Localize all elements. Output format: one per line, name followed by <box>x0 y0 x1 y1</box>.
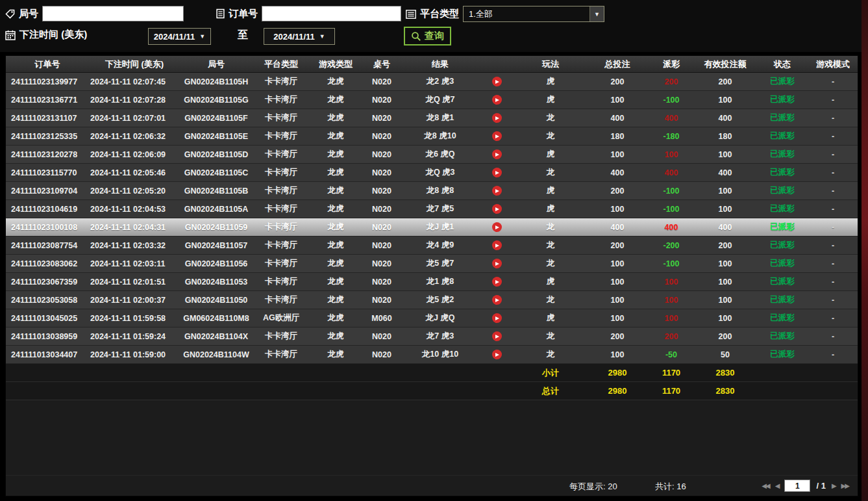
table-row[interactable]: 2411110230877542024-11-11 02:03:32GN0202… <box>6 237 858 255</box>
cell-payout: 100 <box>649 150 694 159</box>
cell-total: 200 <box>586 241 649 250</box>
cell-time: 2024-11-11 01:59:00 <box>89 350 180 359</box>
cell-result: 龙5 虎7 <box>402 258 478 269</box>
play-video-icon[interactable] <box>492 295 502 305</box>
list-icon <box>406 10 416 19</box>
bet-time-filter-label: 下注时间 (美东) <box>19 29 87 41</box>
cell-game: 龙虎 <box>310 349 362 360</box>
play-video-icon[interactable] <box>492 259 502 268</box>
table-row[interactable]: 2411110231311072024-11-11 02:07:01GN0202… <box>6 109 858 127</box>
cell-game: 龙虎 <box>310 94 362 105</box>
cell-result: 龙2 虎3 <box>402 76 478 87</box>
column-header: 游戏模式 <box>808 58 858 70</box>
cell-order: 241111023139977 <box>6 77 89 86</box>
table-row[interactable]: 2411110231046192024-11-11 02:04:53GN0202… <box>6 200 858 218</box>
play-video-cell <box>478 222 515 232</box>
column-header: 有效投注额 <box>694 58 756 70</box>
column-header: 局号 <box>180 58 253 70</box>
query-button[interactable]: 查询 <box>404 27 451 45</box>
play-video-icon[interactable] <box>492 186 502 196</box>
play-video-cell <box>478 95 515 105</box>
cell-valid: 100 <box>694 259 756 268</box>
table-row[interactable]: 2411110230673592024-11-11 02:01:51GN0202… <box>6 273 858 291</box>
play-video-cell <box>478 204 515 214</box>
cell-time: 2024-11-11 02:05:20 <box>89 186 180 196</box>
cell-payout: -180 <box>649 132 694 141</box>
round-input[interactable] <box>42 6 184 21</box>
date-to-picker[interactable]: 2024/11/11 ▼ <box>264 28 335 45</box>
play-video-icon[interactable] <box>492 222 502 232</box>
cell-order: 241111023100108 <box>6 223 89 232</box>
cell-play: 龙 <box>515 167 586 178</box>
order-input[interactable] <box>262 6 401 21</box>
play-video-cell <box>478 168 515 177</box>
play-video-cell <box>478 350 515 359</box>
page-number-input[interactable]: 1 <box>784 480 810 492</box>
play-video-cell <box>478 259 515 268</box>
cell-table_no: N020 <box>362 132 402 141</box>
prev-page-button[interactable]: ◀ <box>775 482 779 489</box>
play-video-icon[interactable] <box>492 240 502 250</box>
to-label: 至 <box>238 29 248 42</box>
platform-select[interactable]: 1.全部 ▼ <box>463 6 604 22</box>
cell-valid: 100 <box>694 314 756 323</box>
play-video-icon[interactable] <box>492 131 502 141</box>
table-row[interactable]: 2411110231097042024-11-11 02:05:20GN0202… <box>6 182 858 200</box>
table-row[interactable]: 2411110130450252024-11-11 01:59:58GM0602… <box>6 309 858 328</box>
cell-time: 2024-11-11 02:07:01 <box>89 114 180 123</box>
cell-play: 龙 <box>515 131 586 142</box>
cell-play: 龙 <box>515 112 586 123</box>
cell-mode: - <box>808 150 858 159</box>
column-header: 派彩 <box>649 58 694 70</box>
table-row[interactable]: 2411110231399772024-11-11 02:07:45GN0202… <box>6 73 858 91</box>
play-video-icon[interactable] <box>492 313 502 323</box>
first-page-button[interactable]: ◀◀ <box>762 482 769 489</box>
table-row[interactable]: 2411110231253352024-11-11 02:06:32GN0202… <box>6 127 858 146</box>
cell-platform: 卡卡湾厅 <box>253 222 310 233</box>
play-video-icon[interactable] <box>492 277 502 287</box>
table-row[interactable]: 2411110231367712024-11-11 02:07:28GN0202… <box>6 91 858 109</box>
cell-order: 241111023136771 <box>6 96 89 105</box>
cell-round: GN02024B11056 <box>180 259 253 268</box>
cell-payout: -100 <box>649 205 694 214</box>
cell-total: 200 <box>586 186 649 196</box>
play-video-icon[interactable] <box>492 113 502 123</box>
date-from-picker[interactable]: 2024/11/11 ▼ <box>148 28 211 45</box>
table-row[interactable]: 2411110230830622024-11-11 02:03:11GN0202… <box>6 255 858 273</box>
cell-total: 400 <box>586 114 649 123</box>
table-row[interactable]: 2411110231202782024-11-11 02:06:09GN0202… <box>6 146 858 164</box>
column-header: 平台类型 <box>253 58 310 70</box>
play-video-icon[interactable] <box>492 168 502 177</box>
play-video-icon[interactable] <box>492 331 502 341</box>
play-video-cell <box>478 149 515 159</box>
cell-table_no: N020 <box>362 241 402 250</box>
cell-round: GN02024B1105B <box>180 186 253 196</box>
table-row[interactable]: 2411110130344072024-11-11 01:59:00GN0202… <box>6 346 858 364</box>
cell-order: 241111023083062 <box>6 259 89 268</box>
play-video-icon[interactable] <box>492 350 502 359</box>
table-row[interactable]: 2411110130389592024-11-11 01:59:24GN0202… <box>6 328 858 346</box>
chevron-down-icon: ▼ <box>589 6 604 21</box>
table-row[interactable]: 2411110231157702024-11-11 02:05:46GN0202… <box>6 164 858 182</box>
cell-time: 2024-11-11 02:03:32 <box>89 241 180 250</box>
cell-valid: 100 <box>694 277 756 287</box>
play-video-icon[interactable] <box>492 204 502 214</box>
cell-play: 虎 <box>515 94 586 105</box>
cell-mode: - <box>808 241 858 250</box>
last-page-button[interactable]: ▶▶ <box>841 482 849 489</box>
cell-platform: 卡卡湾厅 <box>253 331 310 342</box>
cell-mode: - <box>808 314 858 323</box>
table-row[interactable]: 2411110231001082024-11-11 02:04:31GN0202… <box>6 218 858 237</box>
cell-platform: 卡卡湾厅 <box>253 94 310 105</box>
play-video-icon[interactable] <box>492 77 502 86</box>
next-page-button[interactable]: ▶ <box>832 482 836 489</box>
cell-valid: 100 <box>694 296 756 305</box>
table-row[interactable]: 2411110230530582024-11-11 02:00:37GN0202… <box>6 291 858 309</box>
cell-total: 180 <box>586 132 649 141</box>
play-video-cell <box>478 186 515 196</box>
play-video-icon[interactable] <box>492 95 502 105</box>
play-video-icon[interactable] <box>492 149 502 159</box>
cell-platform: 卡卡湾厅 <box>253 149 310 160</box>
cell-round: GN02024B1105E <box>180 132 253 141</box>
cell-result: 龙10 虎10 <box>402 349 478 360</box>
